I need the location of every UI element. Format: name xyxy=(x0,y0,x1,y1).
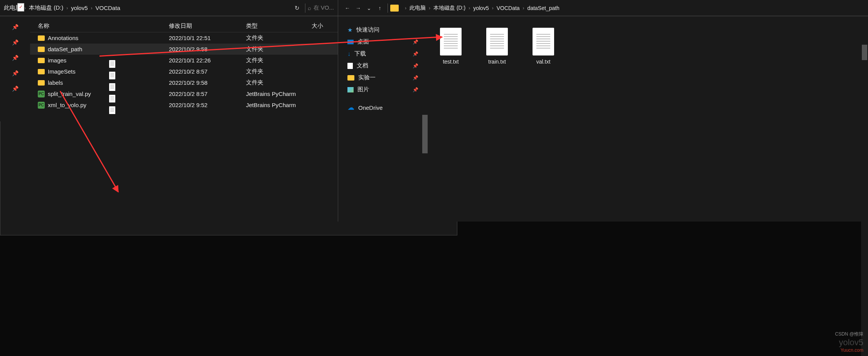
pin-icon: 📌 xyxy=(413,75,418,81)
nav-onedrive[interactable]: ☁OneDrive xyxy=(338,101,428,114)
folder-icon xyxy=(38,35,45,41)
bc-yolov5[interactable]: yolov5 xyxy=(71,5,88,11)
file-row[interactable]: ImageSets 2022/10/2 8:57 文件夹 xyxy=(30,66,338,77)
star-icon: ★ xyxy=(347,27,352,34)
file-type: 文件夹 xyxy=(246,34,312,42)
bc-drive[interactable]: 本地磁盘 (D:) xyxy=(433,5,465,12)
file-date: 2022/10/1 22:51 xyxy=(169,35,246,41)
folder-icon xyxy=(38,69,45,74)
properties-icon[interactable] xyxy=(17,3,24,12)
file-name: val.txt xyxy=(536,59,551,65)
explorer-dataset-path: ← → ⌄ ↑ › 此电脑 › 本地磁盘 (D:) › yolov5 › VOC… xyxy=(338,0,868,222)
file-row[interactable]: labels 2022/10/2 9:58 文件夹 xyxy=(30,77,338,88)
file-list: 名称 修改日期 类型 大小 Annotations 2022/10/1 22:5… xyxy=(30,16,338,121)
column-headers[interactable]: 名称 修改日期 类型 大小 xyxy=(30,20,338,32)
chevron-right-icon: › xyxy=(429,5,430,11)
file-name: images xyxy=(48,57,66,64)
pycharm-icon: PC xyxy=(38,102,45,109)
file-date: 2022/10/2 8:57 xyxy=(169,68,246,75)
file-icon-item[interactable]: train.txt xyxy=(482,28,512,65)
file-date: 2022/10/2 9:58 xyxy=(169,46,246,52)
up-icon[interactable]: ↑ xyxy=(374,3,385,13)
file-type: 文件夹 xyxy=(246,45,312,53)
file-type: JetBrains PyCharm xyxy=(246,91,312,97)
file-row[interactable]: Annotations 2022/10/1 22:51 文件夹 xyxy=(30,32,338,44)
recent-dropdown-icon[interactable]: ⌄ xyxy=(364,3,374,13)
file-row[interactable]: images 2022/10/1 22:26 文件夹 xyxy=(30,55,338,66)
file-name: test.txt xyxy=(443,59,458,65)
search-icon: ⌕ xyxy=(308,5,311,11)
chevron-right-icon: › xyxy=(523,5,524,11)
file-name: split_train_val.py xyxy=(48,91,91,97)
chevron-right-icon: › xyxy=(24,5,26,11)
col-size[interactable]: 大小 xyxy=(312,22,338,30)
pin-icon: 📌 xyxy=(413,87,418,92)
file-name: dataSet_path xyxy=(48,46,82,52)
nav-pictures[interactable]: 图片📌 xyxy=(338,84,428,96)
search-input[interactable]: 在 VO... xyxy=(313,4,334,12)
nav-quick-access[interactable]: ★快速访问 xyxy=(338,24,428,36)
file-date: 2022/10/2 9:58 xyxy=(169,79,246,86)
nav-experiment[interactable]: 实验一📌 xyxy=(338,72,428,84)
chevron-right-icon: › xyxy=(492,5,494,11)
folder-icon xyxy=(38,58,45,63)
nav-downloads[interactable]: ↓下载📌 xyxy=(338,48,428,60)
col-name[interactable]: 名称 xyxy=(30,22,169,30)
refresh-icon[interactable]: ↻ xyxy=(292,3,303,13)
bc-dataset-path[interactable]: dataSet_path xyxy=(528,5,560,11)
text-file-icon xyxy=(533,28,554,55)
pin-icon: 📌 xyxy=(413,39,418,45)
text-file-icon xyxy=(486,28,508,55)
folder-icon xyxy=(390,5,399,12)
text-file-icon xyxy=(109,60,115,68)
pin-icon[interactable]: 📌 xyxy=(12,86,19,92)
pin-icon[interactable]: 📌 xyxy=(12,24,19,30)
file-name: train.txt xyxy=(488,59,506,65)
chevron-right-icon: › xyxy=(66,5,68,11)
pin-icon[interactable]: 📌 xyxy=(12,70,19,76)
pin-icon: 📌 xyxy=(413,51,418,57)
forward-icon[interactable]: → xyxy=(353,3,364,13)
pin-icon: 📌 xyxy=(413,63,418,69)
file-name: labels xyxy=(48,79,63,86)
download-icon: ↓ xyxy=(347,50,351,57)
bc-yolov5[interactable]: yolov5 xyxy=(473,5,489,11)
file-row[interactable]: PCxml_to_yolo.py 2022/10/2 9:52 JetBrain… xyxy=(30,99,338,111)
folder-icon xyxy=(38,47,45,52)
file-name: xml_to_yolo.py xyxy=(48,102,86,108)
pin-icon[interactable]: 📌 xyxy=(12,55,19,61)
pycharm-icon: PC xyxy=(38,91,45,97)
file-date: 2022/10/1 22:26 xyxy=(169,57,246,64)
list-scrollbar[interactable] xyxy=(861,44,868,356)
file-type: 文件夹 xyxy=(246,79,312,86)
pin-icon[interactable]: 📌 xyxy=(12,39,19,45)
col-date[interactable]: 修改日期 xyxy=(169,22,246,30)
bc-vocdata[interactable]: VOCData xyxy=(96,5,120,11)
onedrive-icon: ☁ xyxy=(347,103,354,112)
bc-pc[interactable]: 此电脑 xyxy=(410,5,426,12)
file-icon-item[interactable]: val.txt xyxy=(528,28,559,65)
file-icon-item[interactable]: test.txt xyxy=(435,28,466,65)
folder-icon xyxy=(347,75,354,81)
bc-vocdata[interactable]: VOCData xyxy=(497,5,520,11)
text-file-icon xyxy=(109,83,115,91)
nav-documents[interactable]: 文档📌 xyxy=(338,60,428,72)
bc-drive[interactable]: 本地磁盘 (D:) xyxy=(29,4,63,12)
document-icon xyxy=(347,63,353,69)
file-type: 文件夹 xyxy=(246,57,312,64)
watermark: CSDN @惟障 yolov5 Yuucn.com xyxy=(835,331,863,353)
nav-desktop[interactable]: 桌面📌 xyxy=(338,36,428,48)
file-name: ImageSets xyxy=(48,68,76,75)
folder-icon xyxy=(38,80,45,86)
desktop-icon xyxy=(347,40,354,44)
text-file-icon xyxy=(109,72,115,79)
col-type[interactable]: 类型 xyxy=(246,22,312,30)
file-icon-view: test.txt train.txt val.txt xyxy=(428,16,868,222)
file-type: JetBrains PyCharm xyxy=(246,102,312,108)
file-row[interactable]: dataSet_path 2022/10/2 9:58 文件夹 xyxy=(30,44,338,55)
file-type: 文件夹 xyxy=(246,68,312,75)
file-row[interactable]: PCsplit_train_val.py 2022/10/2 8:57 JetB… xyxy=(30,88,338,99)
nav-bar: ← → ⌄ ↑ › 此电脑 › 本地磁盘 (D:) › yolov5 › VOC… xyxy=(338,0,868,16)
back-icon[interactable]: ← xyxy=(342,3,353,13)
file-name: Annotations xyxy=(48,35,78,41)
